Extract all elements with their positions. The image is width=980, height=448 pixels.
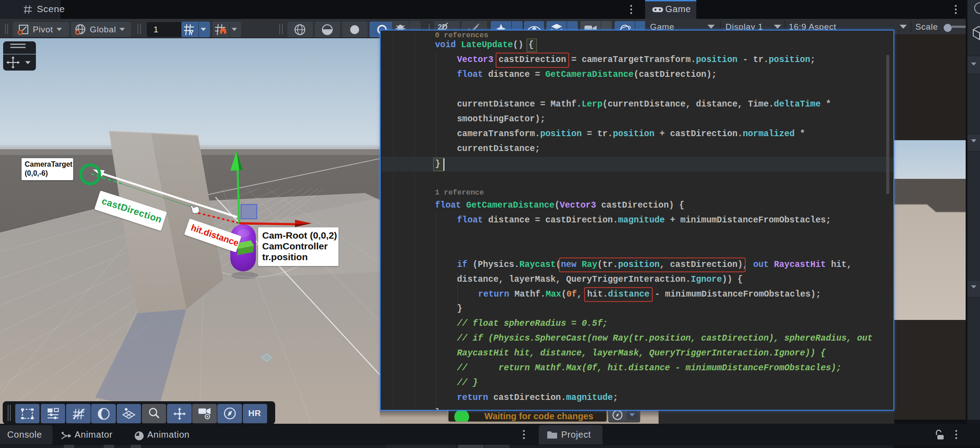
svg-text:Y: Y <box>189 30 193 35</box>
